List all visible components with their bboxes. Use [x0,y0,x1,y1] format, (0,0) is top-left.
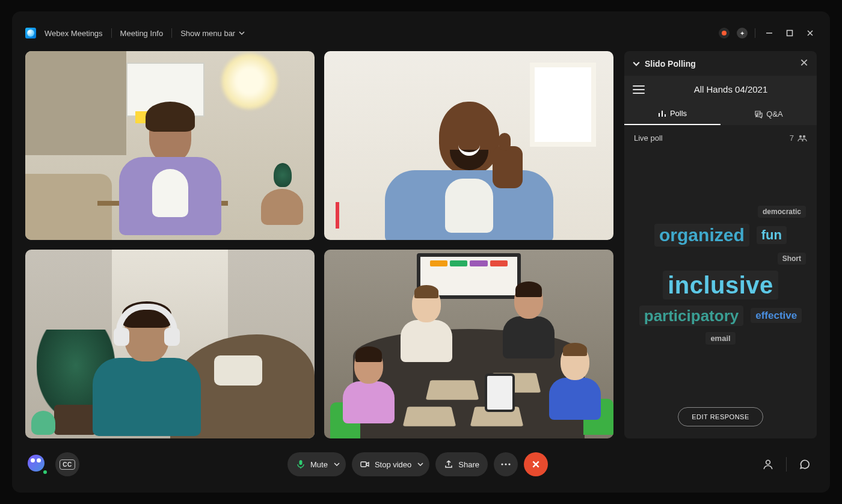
word-democratic: democratic [758,206,806,218]
poll-body: Live poll 7 democratic organizedfun Shor… [624,125,817,438]
chat-button[interactable] [793,452,817,476]
word-short: Short [778,253,806,265]
webex-logo-icon [25,28,36,38]
word-effective: effective [751,308,802,323]
panel-header-label: Slido Polling [645,59,696,69]
person-icon [763,459,773,470]
toolbar-left: CC [25,452,79,476]
show-menu-label: Show menu bar [180,29,235,38]
poll-status-row: Live poll 7 [634,134,807,143]
panel-header[interactable]: Slido Polling [624,51,817,76]
app-name: Webex Meetings [45,29,103,38]
participant-avatar [379,102,559,240]
toolbar-center: Mute Stop video Share [287,452,548,476]
assistant-button[interactable] [25,452,49,476]
edit-response-button[interactable]: EDIT RESPONSE [678,407,763,426]
meeting-toolbar: CC Mute Stop video Share [25,447,817,482]
tab-label: Q&A [766,109,782,118]
separator [111,28,112,38]
panel-subheader: All Hands 04/2021 Polls Q&A [624,76,817,125]
tab-label: Polls [670,109,687,118]
titlebar-left: Webex Meetings Meeting Info Show menu ba… [25,28,245,38]
word-participatory: participatory [639,306,744,326]
participant-tile[interactable] [324,51,613,240]
qa-icon [754,110,763,118]
share-icon [444,459,453,469]
svg-point-8 [766,460,770,464]
record-indicator-icon[interactable] [719,28,730,38]
app-window: Webex Meetings Meeting Info Show menu ba… [12,11,830,493]
svg-rect-3 [299,460,302,465]
toolbar-right [756,452,817,476]
compass-icon[interactable] [737,28,748,38]
end-call-button[interactable] [524,452,548,476]
cc-icon: CC [60,459,75,470]
microphone-icon [296,459,306,469]
live-poll-label: Live poll [634,134,663,143]
participant-tile[interactable] [324,250,613,438]
chevron-down-icon [633,60,640,67]
video-grid [25,51,613,438]
minimize-button[interactable] [763,26,776,40]
share-label: Share [458,460,479,469]
close-icon [532,460,540,469]
close-button[interactable] [804,26,817,40]
panel-close-button[interactable] [800,58,808,69]
stop-video-label: Stop video [375,460,411,469]
participant-tile[interactable] [25,250,315,438]
chat-icon [799,459,810,470]
participant-tile[interactable] [25,51,315,240]
more-options-button[interactable] [494,452,518,476]
show-menu-bar-button[interactable]: Show menu bar [180,29,245,38]
poll-title: All Hands 04/2021 [653,84,808,94]
word-inclusive: inclusive [663,271,778,300]
svg-point-5 [501,463,503,465]
captions-button[interactable]: CC [55,452,79,476]
chevron-down-icon[interactable] [417,461,423,467]
panel-tabs: Polls Q&A [624,103,817,125]
video-icon [360,459,370,469]
titlebar-right [719,26,817,40]
participant-avatar [87,306,207,438]
stop-video-button[interactable]: Stop video [352,452,429,476]
svg-rect-0 [787,31,793,36]
meeting-info-link[interactable]: Meeting Info [120,29,164,38]
svg-point-2 [803,135,805,137]
maximize-button[interactable] [783,26,796,40]
chevron-down-icon[interactable] [334,461,340,467]
svg-point-1 [799,135,802,137]
participant-count: 7 [790,134,807,143]
chevron-down-icon [239,30,245,36]
tab-polls[interactable]: Polls [624,103,721,125]
share-button[interactable]: Share [435,452,488,476]
people-icon [797,135,807,142]
svg-point-6 [505,463,506,465]
word-fun: fun [757,226,787,244]
participant-avatar [113,108,227,240]
svg-point-7 [508,463,510,465]
main-content: Slido Polling All Hands 04/2021 Polls Q&… [25,51,817,438]
assistant-icon [28,455,47,474]
separator [786,457,787,472]
tab-qa[interactable]: Q&A [721,103,817,125]
separator [171,28,172,38]
menu-icon[interactable] [633,85,645,94]
word-organized: organized [654,224,749,247]
slido-panel: Slido Polling All Hands 04/2021 Polls Q&… [624,51,817,438]
separator [755,28,755,38]
word-email: email [705,332,735,345]
mute-button[interactable]: Mute [287,452,346,476]
participants-button[interactable] [756,452,780,476]
polls-icon [658,109,666,118]
titlebar: Webex Meetings Meeting Info Show menu ba… [25,22,817,44]
mute-label: Mute [310,460,328,469]
more-icon [501,463,511,466]
wordcloud: democratic organizedfun Short inclusive … [634,150,807,400]
svg-rect-4 [361,462,366,467]
